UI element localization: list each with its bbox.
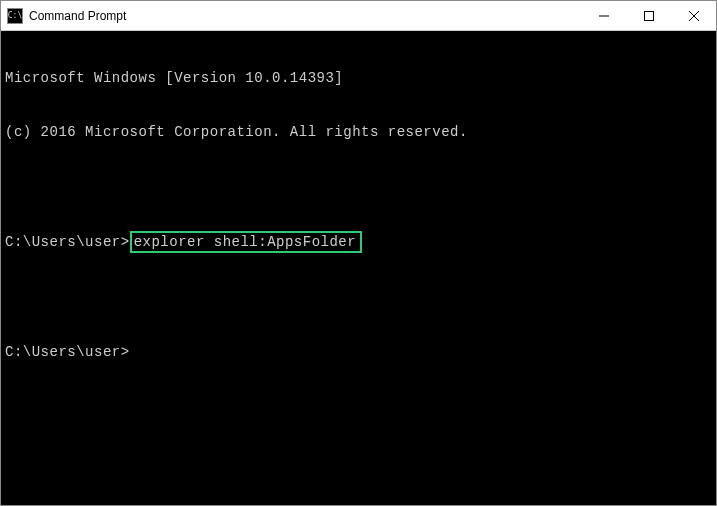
svg-rect-1 <box>644 11 653 20</box>
terminal-prompt-line: C:\Users\user>explorer shell:AppsFolder <box>5 231 712 253</box>
terminal-area[interactable]: Microsoft Windows [Version 10.0.14393] (… <box>1 31 716 381</box>
terminal-blank-line <box>5 289 712 307</box>
close-icon <box>689 11 699 21</box>
close-button[interactable] <box>671 1 716 30</box>
window-title: Command Prompt <box>29 9 581 23</box>
maximize-button[interactable] <box>626 1 671 30</box>
terminal-command: explorer shell:AppsFolder <box>134 234 357 250</box>
cmd-icon-text: C:\ <box>8 11 22 20</box>
minimize-button[interactable] <box>581 1 626 30</box>
maximize-icon <box>644 11 654 21</box>
cmd-icon: C:\ <box>7 8 23 24</box>
terminal-blank-line <box>5 177 712 195</box>
window-titlebar: C:\ Command Prompt <box>1 1 716 31</box>
terminal-output-line: Microsoft Windows [Version 10.0.14393] <box>5 69 712 87</box>
highlighted-command: explorer shell:AppsFolder <box>130 231 363 253</box>
terminal-prompt: C:\Users\user> <box>5 343 712 361</box>
terminal-output-line: (c) 2016 Microsoft Corporation. All righ… <box>5 123 712 141</box>
minimize-icon <box>599 11 609 21</box>
window-controls <box>581 1 716 30</box>
terminal-prompt: C:\Users\user> <box>5 233 130 251</box>
